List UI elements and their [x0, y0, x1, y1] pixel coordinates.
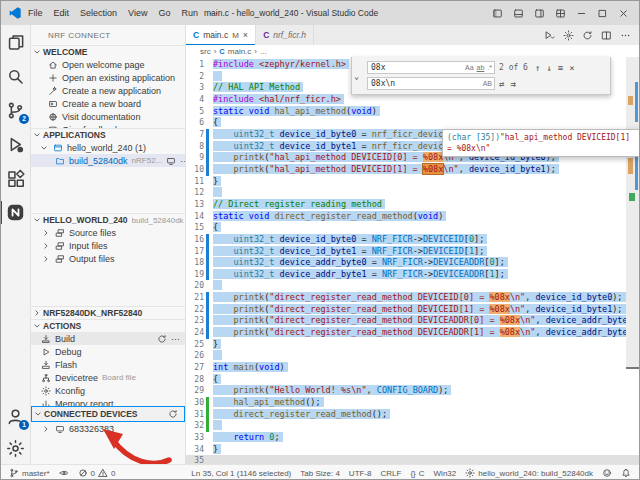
action-devicetree[interactable]: DevicetreeBoard file [31, 371, 185, 384]
action-kconfig[interactable]: Kconfig [31, 384, 185, 397]
prev-match-icon[interactable]: ↑ [535, 63, 540, 73]
code-line[interactable]: 30 hal_api_method(); [186, 397, 639, 409]
code-line[interactable]: 27int main(void) [186, 362, 639, 374]
activity-accounts-icon[interactable]: 1 [6, 407, 25, 426]
sidebar-item-visit-docs[interactable]: Visit documentation [31, 110, 185, 123]
code-line[interactable]: 15{ [186, 222, 639, 234]
more-actions-icon[interactable]: ··· [171, 334, 180, 344]
close-tab-icon[interactable]: × [243, 30, 248, 40]
customize-layout-icon[interactable] [555, 8, 566, 19]
code-line[interactable]: 10 printk("hal_api_method DEVICEID[1] = … [186, 164, 639, 176]
activity-run-debug-icon[interactable] [6, 135, 25, 154]
activity-source-control-icon[interactable]: 2 [6, 101, 25, 120]
sidebar-item-create-board[interactable]: Create a new board [31, 97, 185, 110]
code-editor[interactable]: ⌄ 08x Aa ab .* 2 of 6 [186, 57, 639, 464]
toggle-panel-icon[interactable] [513, 8, 524, 19]
run-file-icon[interactable] [544, 30, 555, 41]
feedback-icon[interactable] [602, 468, 612, 478]
tab-size-indicator[interactable]: Tab Size: 4 [300, 469, 340, 478]
sidebar-item-open-existing[interactable]: Open an existing application [31, 71, 185, 84]
menu-go[interactable]: Go [158, 8, 170, 18]
split-editor-icon[interactable] [601, 30, 612, 41]
breadcrumb[interactable]: src › C main.c › ... [186, 45, 639, 57]
platform-indicator[interactable]: Win32 [434, 469, 457, 478]
toggle-sidebar-icon[interactable] [492, 8, 503, 19]
code-line[interactable]: 29 printk("Hello World! %s\n", CONFIG_BO… [186, 385, 639, 397]
code-line[interactable]: 21 printk("direct_register_read_method D… [186, 292, 639, 304]
code-line[interactable]: 20 [186, 280, 639, 292]
replace-icon[interactable]: ⇄ [499, 79, 504, 89]
preserve-case-icon[interactable]: AB [483, 80, 492, 87]
action-debug[interactable]: Debug [31, 345, 185, 358]
activity-explorer-icon[interactable] [6, 33, 25, 52]
settings-gear-icon[interactable] [563, 30, 574, 41]
problems-indicator[interactable]: 0 0 [78, 468, 116, 478]
connected-device-row[interactable]: 683326383 [31, 422, 185, 436]
sidebar-item-input-files[interactable]: Input files [31, 239, 185, 252]
section-connected-devices[interactable]: CONNECTED DEVICES [31, 406, 185, 422]
code-line[interactable]: 35 [186, 455, 639, 464]
build-config-row[interactable]: build_52840dk nRF52... ··· [31, 154, 185, 167]
tab-main-c[interactable]: C main.c M × [186, 25, 256, 45]
refresh-devices-icon[interactable] [168, 409, 178, 419]
menu-edit[interactable]: Edit [54, 8, 70, 18]
match-case-icon[interactable]: Aa [465, 64, 474, 71]
toggle-replace-icon[interactable]: ⌄ [354, 61, 364, 90]
code-line[interactable]: 25} [186, 339, 639, 351]
action-build[interactable]: Build ··· [31, 332, 185, 345]
code-line[interactable]: 33 return 0; [186, 432, 639, 444]
close-window-icon[interactable] [618, 8, 629, 19]
activity-settings-icon[interactable] [6, 439, 25, 458]
code-line[interactable]: 5static void hal_api_method(void) [186, 106, 639, 118]
code-line[interactable]: 18 uint32_t device_addr_byte0 = NRF_FICR… [186, 257, 639, 269]
code-line[interactable]: 26 [186, 350, 639, 362]
sync-icon[interactable] [582, 30, 593, 41]
minimize-icon[interactable] [576, 8, 587, 19]
action-flash[interactable]: Flash [31, 358, 185, 371]
tab-nrf-ficr-h[interactable]: C nrf_ficr.h [256, 25, 314, 45]
activity-search-icon[interactable] [6, 67, 25, 86]
find-in-selection-icon[interactable]: ≡ [558, 63, 563, 73]
language-indicator[interactable]: {} C [410, 469, 424, 478]
section-applications[interactable]: APPLICATIONS [31, 128, 185, 141]
activity-nrf-connect-icon[interactable] [6, 203, 25, 222]
code-line[interactable]: 6{ [186, 117, 639, 129]
section-board[interactable]: NRF52840DK_NRF52840 [31, 306, 185, 319]
action-memory-report[interactable]: Memory report [31, 397, 185, 406]
code-line[interactable]: 17 uint32_t device_id_byte1 = NRF_FICR->… [186, 246, 639, 258]
code-line[interactable]: 31 direct_register_read_method(); [186, 409, 639, 421]
menu-run[interactable]: Run [181, 8, 198, 18]
code-line[interactable]: 34} [186, 444, 639, 456]
build-target-indicator[interactable]: hello_world_240: build_52840dk [465, 468, 593, 478]
rebuild-icon[interactable] [157, 334, 167, 344]
eye-icon[interactable] [59, 468, 69, 478]
code-line[interactable]: 23 printk("direct_register_read_method D… [186, 315, 639, 327]
section-hello-world-240[interactable]: HELLO_WORLD_240 build_52840dk [31, 213, 185, 226]
code-line[interactable]: 4#include <hal/nrf_ficr.h> [186, 94, 639, 106]
close-find-icon[interactable]: × [569, 63, 574, 73]
code-line[interactable]: 11} [186, 176, 639, 188]
sidebar-item-output-files[interactable]: Output files [31, 252, 185, 265]
menu-selection[interactable]: Selection [80, 8, 117, 18]
toggle-secondary-sidebar-icon[interactable] [534, 8, 545, 19]
application-hello-world[interactable]: hello_world_240 (1) [31, 141, 185, 154]
section-welcome[interactable]: WELCOME [31, 45, 185, 58]
encoding-indicator[interactable]: UTF-8 [349, 469, 372, 478]
code-line[interactable]: 14static void direct_register_read_metho… [186, 211, 639, 223]
sidebar-item-create-app[interactable]: Create a new application [31, 84, 185, 97]
sidebar-item-source-files[interactable]: Source files [31, 226, 185, 239]
activity-extensions-icon[interactable] [6, 169, 25, 188]
code-line[interactable]: 13// Direct register reading method [186, 199, 639, 211]
menu-file[interactable]: File [28, 8, 43, 18]
cursor-position[interactable]: Ln 35, Col 1 (1146 selected) [191, 469, 291, 478]
code-line[interactable]: 22 printk("direct_register_read_method D… [186, 304, 639, 316]
code-line[interactable]: 28{ [186, 374, 639, 386]
more-actions-icon[interactable] [620, 30, 631, 41]
next-match-icon[interactable]: ↓ [546, 63, 551, 73]
menu-view[interactable]: View [128, 8, 147, 18]
sidebar-item-open-welcome[interactable]: Open welcome page [31, 58, 185, 71]
code-line[interactable]: 16 uint32_t device_id_byte0 = NRF_FICR->… [186, 234, 639, 246]
code-line[interactable]: 19 uint32_t device_addr_byte1 = NRF_FICR… [186, 269, 639, 281]
notifications-bell-icon[interactable] [621, 468, 631, 478]
whole-word-icon[interactable]: ab [477, 64, 485, 71]
